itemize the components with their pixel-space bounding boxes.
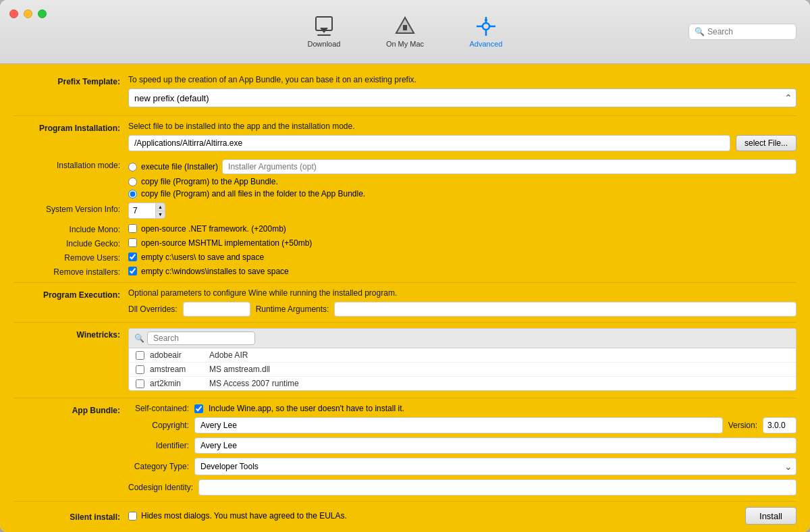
- installation-mode-section: Installation mode: execute file (Install…: [14, 159, 796, 201]
- category-label: Category Type:: [128, 462, 189, 471]
- radio-execute[interactable]: [128, 163, 137, 171]
- list-item: adobeair Adobe AIR: [129, 348, 796, 363]
- search-input[interactable]: [707, 27, 790, 36]
- program-installation-content: Select file to be installed into the app…: [128, 122, 796, 151]
- tab-advanced[interactable]: Advanced: [459, 16, 513, 48]
- remove-installers-desc: empty c:\windows\installes to save space: [141, 267, 289, 276]
- app-bundle-label: App Bundle:: [14, 404, 128, 415]
- list-item: amstream MS amstream.dll: [129, 363, 796, 377]
- prefix-template-content: To speed up the creation of an App Bundl…: [128, 75, 796, 107]
- radio-row-execute: execute file (Installer): [128, 159, 796, 174]
- silent-install-content: Hides most dialogs. You must have agreed…: [128, 507, 796, 525]
- main-window: Download On My Mac: [0, 0, 810, 532]
- program-installation-label: Program Installation:: [14, 122, 128, 133]
- runtime-args-label: Runtime Arguments:: [256, 304, 329, 314]
- silent-install-section: Silent install: Hides most dialogs. You …: [14, 507, 796, 525]
- prefix-dropdown-wrapper: new prefix (default) ⌃: [128, 88, 796, 107]
- program-execution-content: Optional parameters to configure Wine wh…: [128, 288, 796, 317]
- silent-install-desc: Hides most dialogs. You must have agreed…: [141, 511, 347, 521]
- codesign-input[interactable]: [198, 479, 796, 496]
- remove-users-checkbox[interactable]: [128, 252, 137, 261]
- self-contained-checkbox[interactable]: [194, 404, 203, 413]
- include-mono-label: Include Mono:: [14, 223, 128, 234]
- remove-users-label: Remove Users:: [14, 251, 128, 263]
- radio-copy-file-label: copy file (Program) to the App Bundle.: [141, 177, 278, 186]
- divider-4: [14, 398, 796, 398]
- identifier-row: Identifier: Avery Lee: [128, 437, 796, 454]
- radio-copy-file[interactable]: [128, 178, 137, 186]
- advanced-label: Advanced: [470, 40, 503, 48]
- codesign-row: Codesign Identity:: [128, 479, 796, 496]
- divider-3: [14, 322, 796, 323]
- installation-mode-content: execute file (Installer) copy file (Prog…: [128, 159, 796, 201]
- winetricks-search-bar: 🔍: [129, 329, 796, 348]
- svg-rect-2: [317, 34, 331, 36]
- titlebar: Download On My Mac: [0, 0, 810, 64]
- dll-overrides-input[interactable]: [183, 302, 250, 317]
- download-icon: [313, 16, 335, 37]
- program-installation-section: Program Installation: Select file to be …: [14, 122, 796, 151]
- category-select[interactable]: Developer Tools Business Education Enter…: [194, 458, 796, 475]
- winetricks-search-icon: 🔍: [134, 334, 144, 343]
- dll-overrides-label: Dll Overrides:: [128, 304, 178, 314]
- wt-art2kmin-desc: MS Access 2007 runtime: [209, 379, 299, 388]
- runtime-args-input[interactable]: [334, 302, 796, 317]
- wt-amstream-checkbox[interactable]: [136, 365, 144, 374]
- minimize-button[interactable]: [24, 9, 32, 18]
- include-mono-desc: open-source .NET framework. (+200mb): [141, 224, 286, 234]
- include-gecko-label: Include Gecko:: [14, 237, 128, 248]
- wt-adobeair-checkbox[interactable]: [136, 351, 144, 360]
- copyright-label: Copyright:: [128, 421, 189, 430]
- include-gecko-desc: open-source MSHTML implementation (+50mb…: [141, 238, 312, 248]
- toolbar-tabs: Download On My Mac: [297, 16, 513, 48]
- sysver-arrows: ▲ ▼: [155, 203, 165, 219]
- copyright-input[interactable]: Avery Lee: [194, 417, 723, 433]
- select-file-button[interactable]: select File...: [736, 135, 796, 151]
- program-execution-label: Program Execution:: [14, 288, 128, 300]
- prefix-template-dropdown[interactable]: new prefix (default): [128, 88, 796, 107]
- wt-art2kmin-checkbox[interactable]: [136, 379, 144, 388]
- silent-install-checkbox[interactable]: [128, 512, 137, 521]
- close-button[interactable]: [9, 9, 18, 18]
- traffic-lights: [9, 9, 47, 18]
- include-gecko-checkbox[interactable]: [128, 238, 137, 247]
- sysver-up-button[interactable]: ▲: [156, 203, 165, 211]
- download-label: Download: [308, 40, 341, 48]
- radio-copy-folder[interactable]: [128, 190, 137, 198]
- identifier-input[interactable]: Avery Lee: [194, 437, 796, 454]
- installer-args-input[interactable]: [222, 159, 796, 174]
- wt-adobeair-name: adobeair: [150, 350, 204, 360]
- include-mono-checkbox[interactable]: [128, 224, 137, 233]
- divider-5: [14, 501, 796, 502]
- program-installation-desc: Select file to be installed into the app…: [128, 122, 796, 131]
- program-execution-desc: Optional parameters to configure Wine wh…: [128, 288, 796, 298]
- tab-onmymac[interactable]: On My Mac: [378, 16, 432, 48]
- search-bar[interactable]: 🔍: [688, 24, 796, 40]
- tab-download[interactable]: Download: [297, 16, 351, 48]
- file-row: /Applications/Altirra/Altirra.exe select…: [128, 135, 796, 151]
- sysver-down-button[interactable]: ▼: [156, 211, 165, 219]
- remove-installers-checkbox[interactable]: [128, 267, 137, 275]
- advanced-icon: [475, 16, 497, 37]
- app-bundle-content: Self-contained: Include Wine.app, so the…: [128, 404, 796, 496]
- winetricks-search-input[interactable]: [147, 331, 255, 345]
- self-contained-desc: Include Wine.app, so the user doesn't ha…: [209, 404, 404, 413]
- divider-2: [14, 282, 796, 283]
- program-execution-section: Program Execution: Optional parameters t…: [14, 288, 796, 317]
- wt-art2kmin-name: art2kmin: [150, 379, 204, 388]
- prefix-template-section: Prefix Template: To speed up the creatio…: [14, 75, 796, 107]
- onmymac-icon: [394, 16, 416, 37]
- version-input[interactable]: 3.0.0: [763, 417, 796, 433]
- wt-amstream-name: amstream: [150, 365, 204, 374]
- onmymac-label: On My Mac: [386, 40, 424, 48]
- file-path-input[interactable]: /Applications/Altirra/Altirra.exe: [128, 135, 730, 151]
- content-area: Prefix Template: To speed up the creatio…: [0, 64, 810, 532]
- install-button[interactable]: Install: [745, 507, 796, 525]
- search-icon: 🔍: [695, 27, 705, 36]
- divider-1: [14, 115, 796, 116]
- include-mono-row: Include Mono: open-source .NET framework…: [14, 223, 796, 234]
- system-version-input[interactable]: 7: [128, 203, 155, 219]
- sysver-row: 7 ▲ ▼: [128, 203, 796, 219]
- maximize-button[interactable]: [38, 9, 47, 18]
- winetricks-label: Winetricks:: [14, 328, 128, 340]
